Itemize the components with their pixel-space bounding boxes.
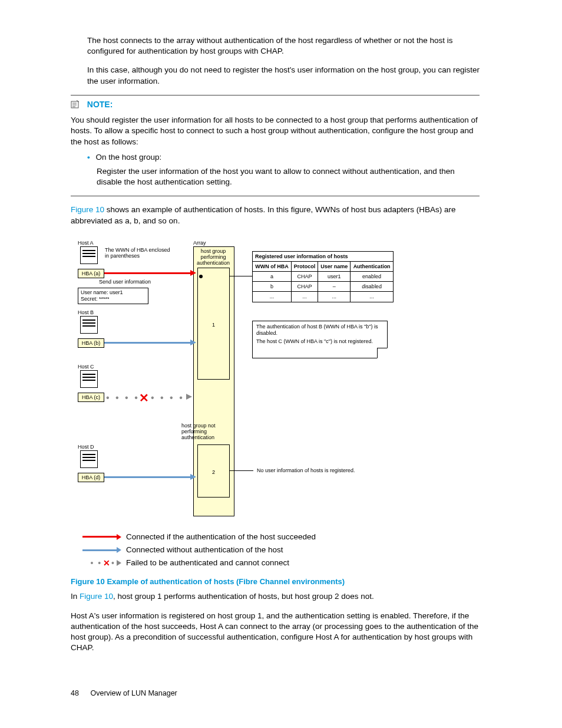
figure-10: Array host group performing authenticati… — [75, 241, 405, 571]
col-auth: Authentication — [351, 261, 394, 271]
arrow-b — [190, 340, 196, 345]
fold-icon — [377, 348, 388, 358]
intro-p2: In this case, although you do not need t… — [87, 65, 480, 86]
figure-note1: The authentication of host B (WWN of HBA… — [256, 324, 384, 337]
secret: Secret: ***** — [81, 296, 146, 302]
note-bullet-text: On the host group: — [96, 153, 162, 162]
dots-c-left: • • • • — [106, 391, 140, 404]
legend1: Connected if the authentication of the h… — [126, 532, 316, 542]
table-title: Registered user information of hosts — [253, 251, 394, 261]
figure-note2: The host C (WWN of HBA is "c") is not re… — [256, 338, 384, 345]
line-blue-b — [104, 342, 191, 344]
array-label: Array — [193, 241, 206, 246]
note-icon — [71, 100, 80, 111]
footer: 48 Overview of LUN Manager — [71, 689, 480, 699]
note-rule-top — [71, 95, 480, 95]
legend2: Connected without authentication of the … — [126, 545, 283, 555]
col-proto: Protocol — [291, 261, 318, 271]
legend: Connected if the authentication of the h… — [82, 529, 330, 571]
figure-caption: Figure 10 Example of authentication of h… — [71, 577, 480, 587]
wwn-note: The WWN of HBA enclosed in parentheses — [105, 248, 176, 259]
hostC-label: Host C — [78, 364, 94, 370]
table-row: b CHAP – disabled — [253, 282, 394, 292]
hba-d: HBA (d) — [78, 473, 104, 482]
line-red-a — [104, 272, 191, 274]
hg-not-label: host group not performing authentication — [181, 423, 227, 441]
arrow-a — [190, 270, 196, 276]
after-note-para: Figure 10 shows an example of authentica… — [71, 205, 480, 226]
hostB-box — [80, 316, 98, 334]
after-note-rest: shows an example of authentication of ho… — [71, 205, 456, 225]
figure-note-box: The authentication of host B (WWN of HBA… — [252, 321, 388, 358]
hg1-box: 1 — [197, 268, 230, 380]
note-bullet: • On the host group: — [87, 152, 480, 163]
col-user: User name — [318, 261, 351, 271]
page-number: 48 — [71, 689, 88, 699]
hostD-label: Host D — [78, 444, 94, 450]
figure-10-link[interactable]: Figure 10 — [71, 205, 104, 214]
col-wwn: WWN of HBA — [253, 261, 292, 271]
hostC-box — [80, 370, 98, 388]
line-blue-d — [104, 476, 191, 478]
no-user-label: No user information of hosts is register… — [257, 468, 355, 474]
arrow-c — [186, 394, 192, 400]
user-info-table: Registered user information of hosts WWN… — [252, 251, 394, 302]
hba-c: HBA (c) — [78, 393, 104, 402]
conn-dot-a — [199, 275, 203, 278]
table-row: a CHAP user1 enabled — [253, 272, 394, 282]
bullet-dot-icon: • — [87, 153, 90, 162]
callout-hg2 — [230, 470, 253, 471]
body2-p2: Host A's user information is registered … — [71, 611, 480, 654]
hostD-box — [80, 450, 98, 468]
hg2-box: 2 — [197, 444, 230, 498]
intro-p1: The host connects to the array without a… — [87, 35, 480, 57]
footer-title: Overview of LUN Manager — [90, 689, 177, 697]
note-label: NOTE: — [87, 100, 113, 109]
x-mark-c: ✕ — [139, 390, 149, 406]
arrow-d — [190, 474, 196, 480]
note-rule-bottom — [71, 196, 480, 196]
body2-p1b: , host group 1 performs authentication o… — [113, 592, 374, 601]
body2-p1: In Figure 10, host group 1 performs auth… — [71, 591, 480, 602]
hostB-label: Host B — [78, 310, 94, 316]
note-bullet-body: Register the user information of the hos… — [97, 166, 480, 187]
user-info-box: User name: user1 Secret: ***** — [78, 288, 148, 304]
legend3: Failed to be authenticated and cannot co… — [126, 558, 289, 568]
hg-perf-label: host group performing authentication — [197, 249, 230, 266]
hba-a: HBA (a) — [78, 269, 104, 278]
figure-10-link-2[interactable]: Figure 10 — [80, 592, 113, 601]
dots-c-right: • • • • — [151, 391, 184, 404]
hostA-label: Host A — [78, 241, 94, 246]
body2-p1a: In — [71, 592, 80, 601]
table-row: ... ... ... ... — [253, 292, 394, 302]
hg1-num: 1 — [198, 321, 229, 328]
callout-table — [230, 276, 252, 276]
hba-b: HBA (b) — [78, 338, 104, 348]
user-name: User name: user1 — [81, 289, 146, 296]
hostA-box — [80, 246, 98, 264]
note-body: You should register the user information… — [71, 115, 480, 147]
send-info: Send user information — [99, 279, 151, 285]
hg2-num: 2 — [198, 469, 229, 476]
